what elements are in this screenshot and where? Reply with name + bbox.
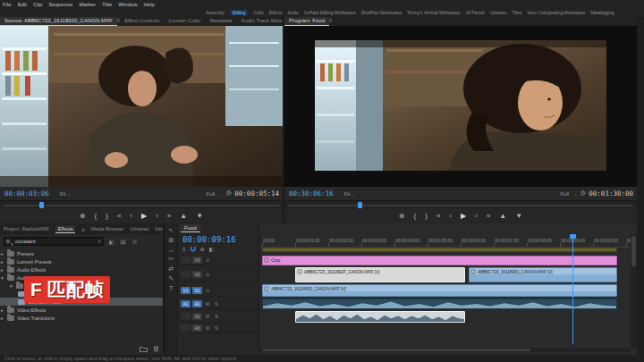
tree-chevron-icon[interactable]: ▸ [0,251,4,257]
workspace-metalogging[interactable]: Metalogging [590,10,614,15]
workspace-custom-4[interactable]: Venn Colorgrading Workspace [527,10,585,15]
source-patch-v1[interactable]: V1 [181,287,191,294]
scrollbar-thumb[interactable] [262,349,530,351]
go-to-in-icon[interactable]: « [117,213,121,220]
toggle-track-output-icon[interactable]: ⊙ [204,288,211,293]
tab-audio-track-mixer[interactable]: Audio Track Mixer: Food [236,17,283,26]
clip-a2-audio-selected[interactable] [295,311,465,323]
snap-magnet-icon[interactable] [191,246,196,252]
add-marker-icon[interactable]: ⊕ [399,213,405,220]
workspace-custom-3[interactable]: Timmy's Vertical Workspace [407,10,461,15]
mark-out-icon[interactable]: } [106,213,108,220]
track-label-a1[interactable]: A1 [192,300,202,307]
tree-item-video-transitions[interactable]: ▸Video Transitions [0,314,163,322]
menu-clip[interactable]: Clip [33,2,42,7]
play-icon[interactable]: ▶ [461,213,466,220]
track-header-v1[interactable]: V1 V1 ⊙ [179,284,259,297]
program-current-timecode[interactable]: 00:30:06:16 [289,189,334,198]
filter-32bit-icon[interactable]: 32 [119,238,127,246]
source-current-timecode[interactable]: 00:00:03:06 [4,189,49,198]
timeline-settings-icon[interactable]: ≡ [182,247,186,252]
go-to-in-icon[interactable]: « [436,213,440,220]
toggle-track-output-icon[interactable]: ⊙ [204,257,211,263]
source-patch-a1[interactable]: A1 [181,300,191,307]
effects-search-input[interactable]: constant × [4,237,104,246]
mark-out-icon[interactable]: } [425,213,428,220]
track-header-a3[interactable]: A3 M S [179,324,259,333]
new-bin-icon[interactable] [140,346,148,352]
razor-tool-icon[interactable]: ✂ [169,256,174,263]
scrollbar-thumb[interactable] [631,236,636,266]
menu-edit[interactable]: Edit [18,2,27,7]
step-forward-icon[interactable]: › [475,213,478,220]
workspace-effects[interactable]: Effects [269,10,283,15]
tree-item-video-effects[interactable]: ▸Video Effects [0,306,163,314]
timeline-vertical-scrollbar[interactable] [631,234,637,349]
tree-chevron-icon[interactable]: ▸ [0,316,4,321]
source-patch[interactable] [181,271,191,278]
solo-track-icon[interactable]: S [213,314,220,319]
workspace-color[interactable]: Color [253,10,263,15]
mark-in-icon[interactable]: { [95,213,97,220]
source-scrub-bar[interactable] [0,200,283,208]
menu-marker[interactable]: Marker [79,2,96,7]
slip-tool-icon[interactable]: ⇄ [169,265,174,273]
tab-lumetri-color[interactable]: Lumetri Color [164,17,205,26]
workspace-custom-1[interactable]: UnPack Editing Workspace [304,10,356,15]
timeline-playhead-line[interactable] [572,234,573,344]
tree-chevron-icon[interactable]: ▸ [0,259,4,265]
track-label-a2[interactable]: A2 [192,313,202,320]
add-marker-icon[interactable]: ⊕ [80,213,86,220]
workspace-editing[interactable]: Editing [230,10,249,15]
program-scrub-bar[interactable] [284,200,637,208]
lift-icon[interactable]: ▲ [499,213,506,220]
overwrite-icon[interactable]: ▼ [196,213,203,220]
clip-a1-audio[interactable] [262,299,617,309]
filter-yuv-icon[interactable]: Y [131,238,139,246]
timeline-playhead-grip[interactable] [570,234,576,239]
selection-tool-icon[interactable]: ↖ [169,227,174,234]
tab-metadata[interactable]: Metadata [205,17,236,26]
track-label-v1[interactable]: V1 [192,287,202,294]
tab-program[interactable]: Program: Food [284,17,329,26]
go-to-out-icon[interactable]: » [167,213,171,220]
tab-project[interactable]: Project: StarbckAMS [4,226,49,232]
tab-effects[interactable]: Effects [55,225,76,233]
menu-help[interactable]: Help [144,2,155,7]
source-video-frame[interactable] [0,26,283,187]
track-header-v3[interactable]: V3 ⊙ [179,256,259,265]
workspace-audio[interactable]: Audio [287,10,298,15]
track-label-v2[interactable]: V2 [192,271,202,278]
tree-chevron-icon[interactable]: ▸ [0,307,4,313]
track-select-tool-icon[interactable]: ⊞ [169,237,174,244]
source-patch[interactable] [181,324,191,332]
program-resolution-select[interactable]: Full [560,191,569,197]
add-marker-icon[interactable]: ⊕ [200,246,205,252]
clip-v2-right[interactable]: fx ABB6C723_16118930_CANON.MXF [V] [469,267,617,282]
workspace-libraries[interactable]: Libraries [490,10,506,15]
type-tool-icon[interactable]: T [169,285,173,291]
clip-adjustment-crop[interactable]: fx Crop [262,256,617,265]
clip-v2-selected[interactable]: fx ABB6C723_1611892P_CANON.MXF [V] [295,267,465,282]
mute-track-icon[interactable]: M [204,325,211,331]
workspace-titles[interactable]: Titles [512,10,521,15]
tab-effect-controls[interactable]: Effect Controls [120,17,164,26]
panel-menu-icon[interactable]: ≡ [329,17,333,26]
source-patch[interactable] [181,257,191,264]
clip-v1[interactable]: fx ABB6C723_16118930_CANON.MXF [V] [262,284,617,297]
work-area-bar[interactable] [262,248,617,252]
tree-chevron-icon[interactable]: ▾ [9,283,13,289]
tree-item-lumetri-presets[interactable]: ▸Lumetri Presets [0,257,163,265]
tab-libraries[interactable]: Libraries [130,226,148,232]
insert-icon[interactable]: ▲ [180,213,187,220]
mark-in-icon[interactable]: { [414,213,417,220]
tab-source-clip[interactable]: Source: ABB6C723_16118930_CANON.MXF [0,17,117,26]
mute-track-icon[interactable]: M [204,301,211,307]
source-patch[interactable] [181,313,191,320]
program-playhead[interactable] [358,202,362,208]
program-video-frame[interactable] [284,26,637,187]
mute-track-icon[interactable]: M [204,314,211,319]
track-header-a2[interactable]: A2 M S [179,311,259,323]
tree-chevron-icon[interactable]: ▸ [0,267,4,273]
tab-info[interactable]: Info [155,226,163,232]
